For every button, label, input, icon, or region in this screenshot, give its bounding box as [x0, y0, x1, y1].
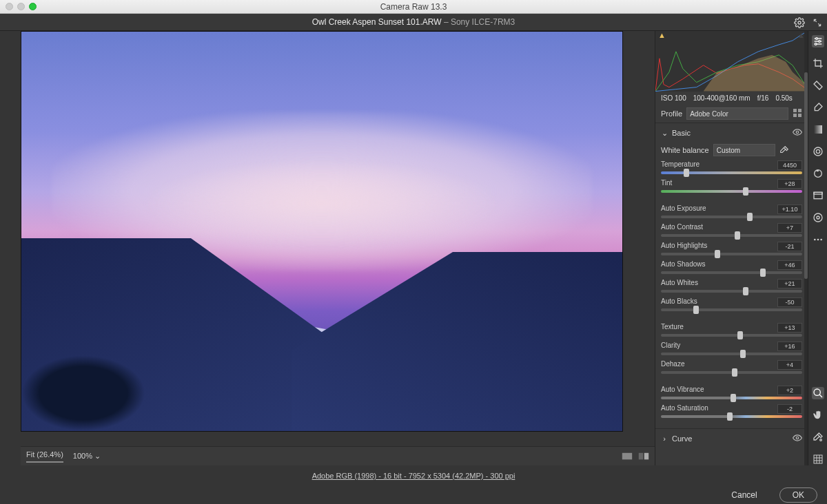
curve-section-header[interactable]: › Curve [655, 428, 808, 448]
zoom-icon[interactable] [812, 387, 824, 399]
svg-rect-2 [639, 452, 643, 459]
whites-value[interactable]: +21 [777, 279, 802, 288]
chevron-down-icon: ⌄ [94, 452, 101, 460]
tool-strip [808, 31, 827, 465]
svg-point-19 [816, 149, 819, 153]
eyedropper-icon[interactable] [779, 145, 789, 155]
radial-gradient-icon[interactable] [812, 145, 824, 158]
saturation-label: Auto Saturation [661, 404, 708, 414]
exposure-label: Auto Exposure [661, 204, 706, 214]
saturation-slider[interactable]: Auto Saturation-2 [661, 404, 802, 418]
app-title: Camera Raw 13.3 [0, 2, 827, 12]
svg-point-22 [817, 170, 817, 171]
svg-rect-1 [622, 452, 632, 459]
svg-point-18 [814, 147, 822, 156]
chevron-right-icon: › [661, 434, 668, 443]
clarity-value[interactable]: +16 [777, 342, 802, 351]
svg-point-28 [817, 239, 819, 241]
hand-icon[interactable] [812, 409, 824, 421]
edit-icon[interactable] [812, 35, 824, 48]
clarity-slider[interactable]: Clarity+16 [661, 342, 802, 355]
svg-rect-7 [793, 114, 797, 117]
blacks-slider[interactable]: Auto Blacks-50 [661, 297, 802, 311]
svg-rect-17 [814, 125, 822, 134]
profile-label: Profile [661, 109, 682, 118]
svg-point-16 [815, 43, 817, 45]
camera-model: Sony ILCE-7RM3 [451, 17, 515, 27]
svg-point-14 [815, 38, 817, 40]
svg-marker-4 [704, 55, 808, 92]
presets-icon[interactable] [812, 211, 824, 224]
highlights-slider[interactable]: Auto Highlights-21 [661, 242, 802, 255]
shadow-clip-icon[interactable]: ▲ [658, 31, 666, 39]
svg-point-27 [814, 239, 816, 241]
histogram[interactable]: ▲ ▲ [655, 31, 808, 92]
tint-slider[interactable]: Tint+28 [661, 179, 802, 193]
contrast-slider[interactable]: Auto Contrast+7 [661, 223, 802, 237]
fit-zoom-button[interactable]: Fit (26.4%) [26, 450, 63, 463]
visibility-icon[interactable] [793, 127, 802, 138]
local-brush-icon[interactable] [812, 101, 824, 114]
redeye-icon[interactable] [812, 167, 824, 180]
vibrance-value[interactable]: +2 [777, 386, 802, 395]
before-after-split-icon[interactable] [638, 452, 649, 461]
contrast-value[interactable]: +7 [777, 223, 802, 233]
svg-rect-3 [644, 452, 649, 459]
tint-value[interactable]: +28 [777, 179, 802, 189]
temperature-slider[interactable]: Temperature4450 [661, 160, 802, 174]
shutter-value: 0.50s [775, 94, 792, 102]
vibrance-slider[interactable]: Auto Vibrance+2 [661, 386, 802, 399]
exposure-value[interactable]: +1.10 [777, 204, 802, 214]
image-preview[interactable] [21, 31, 623, 432]
heal-icon[interactable] [812, 79, 824, 92]
contrast-label: Auto Contrast [661, 223, 703, 233]
gear-icon[interactable] [794, 17, 805, 28]
shadows-value[interactable]: +46 [777, 260, 802, 270]
vibrance-label: Auto Vibrance [661, 386, 704, 395]
blacks-value[interactable]: -50 [777, 297, 802, 307]
crop-icon[interactable] [812, 57, 824, 70]
svg-line-31 [819, 395, 822, 397]
texture-slider[interactable]: Texture+13 [661, 323, 802, 337]
color-sampler-icon[interactable] [812, 431, 824, 443]
mac-titlebar: Camera Raw 13.3 [0, 0, 827, 14]
edit-panel: ▲ ▲ ISO 100 100-400@160 mm f/16 0.50s Pr… [655, 31, 808, 465]
temperature-label: Temperature [661, 160, 700, 170]
more-icon[interactable] [812, 233, 824, 246]
shadows-slider[interactable]: Auto Shadows+46 [661, 260, 802, 274]
svg-rect-5 [793, 109, 797, 112]
profile-select[interactable]: Adobe Color [686, 107, 788, 120]
saturation-value[interactable]: -2 [777, 404, 802, 414]
whites-slider[interactable]: Auto Whites+21 [661, 279, 802, 293]
temperature-value[interactable]: 4450 [777, 160, 802, 170]
basic-section-header[interactable]: ⌄ Basic [655, 123, 808, 143]
curve-label: Curve [672, 434, 692, 443]
visibility-icon[interactable] [793, 433, 802, 444]
linear-gradient-icon[interactable] [812, 123, 824, 136]
image-info-link[interactable]: Adobe RGB (1998) - 16 bit - 7952 x 5304 … [0, 465, 827, 486]
exposure-slider[interactable]: Auto Exposure+1.10 [661, 204, 802, 218]
panel-scrollbar[interactable] [804, 31, 808, 465]
tint-label: Tint [661, 179, 672, 189]
filmstrip-collapsed[interactable] [0, 31, 21, 465]
profile-browser-icon[interactable] [793, 108, 802, 119]
snapshot-icon[interactable] [812, 189, 824, 202]
highlights-value[interactable]: -21 [777, 242, 802, 251]
grid-icon[interactable] [812, 453, 824, 465]
wb-select[interactable]: Custom [713, 144, 775, 156]
dehaze-slider[interactable]: Dehaze+4 [661, 360, 802, 374]
fullscreen-icon[interactable] [812, 17, 823, 28]
exif-strip: ISO 100 100-400@160 mm f/16 0.50s [655, 92, 808, 105]
svg-point-0 [798, 21, 801, 24]
zoom-100-button[interactable]: 100% ⌄ [73, 452, 101, 461]
texture-value[interactable]: +13 [777, 323, 802, 333]
ok-button[interactable]: OK [779, 487, 817, 503]
svg-point-32 [819, 439, 821, 441]
whites-label: Auto Whites [661, 279, 698, 288]
before-after-single-icon[interactable] [622, 452, 633, 461]
cancel-button[interactable]: Cancel [719, 488, 769, 502]
filename: Owl Creek Aspen Sunset 101.ARW [312, 17, 442, 27]
dehaze-value[interactable]: +4 [777, 360, 802, 370]
svg-point-9 [796, 131, 799, 134]
svg-point-10 [796, 437, 799, 439]
